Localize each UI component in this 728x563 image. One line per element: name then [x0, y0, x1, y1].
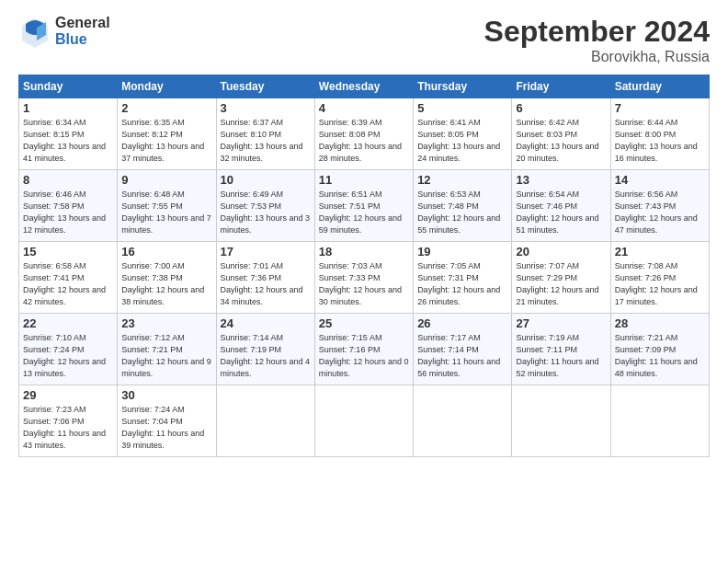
day-number: 24 [221, 316, 311, 330]
day-info: Sunrise: 6:56 AM Sunset: 7:43 PM Dayligh… [615, 189, 705, 236]
location: Borovikha, Russia [484, 49, 710, 65]
day-info: Sunrise: 6:34 AM Sunset: 8:15 PM Dayligh… [23, 117, 113, 165]
day-info: Sunrise: 7:03 AM Sunset: 7:33 PM Dayligh… [319, 260, 409, 308]
day-info: Sunrise: 7:24 AM Sunset: 7:04 PM Dayligh… [121, 404, 211, 452]
day-number: 30 [121, 388, 211, 402]
day-number: 23 [121, 316, 211, 330]
day-info: Sunrise: 6:37 AM Sunset: 8:10 PM Dayligh… [221, 117, 311, 165]
calendar-cell: 3 Sunrise: 6:37 AM Sunset: 8:10 PM Dayli… [216, 98, 314, 170]
calendar-cell: 22 Sunrise: 7:10 AM Sunset: 7:24 PM Dayl… [19, 314, 118, 385]
calendar-cell: 26 Sunrise: 7:17 AM Sunset: 7:14 PM Dayl… [414, 314, 512, 385]
th-tuesday: Tuesday [216, 75, 314, 98]
day-number: 26 [417, 316, 507, 330]
day-number: 18 [319, 245, 409, 259]
day-number: 27 [516, 316, 606, 330]
th-sunday: Sunday [19, 75, 118, 98]
calendar-cell: 4 Sunrise: 6:39 AM Sunset: 8:08 PM Dayli… [314, 98, 413, 170]
calendar-cell: 5 Sunrise: 6:41 AM Sunset: 8:05 PM Dayli… [414, 98, 512, 170]
day-info: Sunrise: 6:48 AM Sunset: 7:55 PM Dayligh… [121, 189, 211, 236]
day-info: Sunrise: 6:53 AM Sunset: 7:48 PM Dayligh… [417, 189, 507, 236]
logo-icon [18, 15, 51, 48]
calendar-cell: 17 Sunrise: 7:01 AM Sunset: 7:36 PM Dayl… [216, 242, 314, 314]
day-number: 22 [23, 316, 113, 330]
day-info: Sunrise: 7:15 AM Sunset: 7:16 PM Dayligh… [319, 332, 409, 380]
calendar-cell: 23 Sunrise: 7:12 AM Sunset: 7:21 PM Dayl… [118, 314, 216, 385]
day-number: 15 [23, 245, 113, 259]
day-info: Sunrise: 6:51 AM Sunset: 7:51 PM Dayligh… [319, 189, 409, 236]
day-info: Sunrise: 7:12 AM Sunset: 7:21 PM Dayligh… [121, 332, 211, 380]
calendar-cell: 18 Sunrise: 7:03 AM Sunset: 7:33 PM Dayl… [314, 242, 413, 314]
logo-general-text: General [55, 15, 110, 31]
day-number: 2 [121, 101, 211, 115]
page: General Blue September 2024 Borovikha, R… [0, 0, 728, 472]
calendar-cell: 6 Sunrise: 6:42 AM Sunset: 8:03 PM Dayli… [512, 98, 610, 170]
day-info: Sunrise: 7:00 AM Sunset: 7:38 PM Dayligh… [121, 260, 211, 308]
calendar-cell: 28 Sunrise: 7:21 AM Sunset: 7:09 PM Dayl… [610, 314, 709, 385]
logo: General Blue [18, 15, 110, 48]
day-info: Sunrise: 6:35 AM Sunset: 8:12 PM Dayligh… [121, 117, 211, 165]
calendar-cell: 20 Sunrise: 7:07 AM Sunset: 7:29 PM Dayl… [512, 242, 610, 314]
day-number: 3 [221, 101, 311, 115]
day-info: Sunrise: 7:19 AM Sunset: 7:11 PM Dayligh… [516, 332, 606, 380]
day-info: Sunrise: 7:01 AM Sunset: 7:36 PM Dayligh… [221, 260, 311, 308]
calendar-cell [216, 385, 314, 457]
day-number: 25 [319, 316, 409, 330]
day-info: Sunrise: 7:14 AM Sunset: 7:19 PM Dayligh… [221, 332, 311, 380]
logo-text: General Blue [55, 15, 110, 47]
th-thursday: Thursday [414, 75, 512, 98]
calendar-cell: 13 Sunrise: 6:54 AM Sunset: 7:46 PM Dayl… [512, 170, 610, 242]
day-number: 11 [319, 173, 409, 187]
day-number: 10 [221, 173, 311, 187]
th-monday: Monday [118, 75, 216, 98]
calendar-cell: 1 Sunrise: 6:34 AM Sunset: 8:15 PM Dayli… [19, 98, 118, 170]
calendar-cell: 12 Sunrise: 6:53 AM Sunset: 7:48 PM Dayl… [414, 170, 512, 242]
day-number: 20 [516, 245, 606, 259]
day-number: 17 [221, 245, 311, 259]
calendar-cell: 15 Sunrise: 6:58 AM Sunset: 7:41 PM Dayl… [19, 242, 118, 314]
week-row-5: 29 Sunrise: 7:23 AM Sunset: 7:06 PM Dayl… [19, 385, 710, 457]
day-info: Sunrise: 6:42 AM Sunset: 8:03 PM Dayligh… [516, 117, 606, 165]
day-number: 19 [417, 245, 507, 259]
calendar-cell: 2 Sunrise: 6:35 AM Sunset: 8:12 PM Dayli… [118, 98, 216, 170]
day-number: 14 [615, 173, 705, 187]
calendar-cell: 9 Sunrise: 6:48 AM Sunset: 7:55 PM Dayli… [118, 170, 216, 242]
day-number: 13 [516, 173, 606, 187]
day-info: Sunrise: 6:41 AM Sunset: 8:05 PM Dayligh… [417, 117, 507, 165]
day-number: 4 [319, 101, 409, 115]
calendar-table: Sunday Monday Tuesday Wednesday Thursday… [18, 75, 710, 457]
th-saturday: Saturday [610, 75, 709, 98]
calendar-cell: 16 Sunrise: 7:00 AM Sunset: 7:38 PM Dayl… [118, 242, 216, 314]
calendar-cell: 10 Sunrise: 6:49 AM Sunset: 7:53 PM Dayl… [216, 170, 314, 242]
logo-blue-text: Blue [55, 31, 110, 48]
calendar-cell: 7 Sunrise: 6:44 AM Sunset: 8:00 PM Dayli… [610, 98, 709, 170]
day-number: 28 [615, 316, 705, 330]
day-info: Sunrise: 7:08 AM Sunset: 7:26 PM Dayligh… [615, 260, 705, 308]
day-info: Sunrise: 6:49 AM Sunset: 7:53 PM Dayligh… [221, 189, 311, 236]
day-info: Sunrise: 6:46 AM Sunset: 7:58 PM Dayligh… [23, 189, 113, 236]
calendar-cell: 25 Sunrise: 7:15 AM Sunset: 7:16 PM Dayl… [314, 314, 413, 385]
day-number: 8 [23, 173, 113, 187]
day-number: 12 [417, 173, 507, 187]
week-row-4: 22 Sunrise: 7:10 AM Sunset: 7:24 PM Dayl… [19, 314, 710, 385]
day-number: 29 [23, 388, 113, 402]
title-block: September 2024 Borovikha, Russia [484, 15, 710, 65]
day-number: 21 [615, 245, 705, 259]
day-info: Sunrise: 7:23 AM Sunset: 7:06 PM Dayligh… [23, 404, 113, 452]
calendar-cell: 24 Sunrise: 7:14 AM Sunset: 7:19 PM Dayl… [216, 314, 314, 385]
day-info: Sunrise: 6:54 AM Sunset: 7:46 PM Dayligh… [516, 189, 606, 236]
header-row: Sunday Monday Tuesday Wednesday Thursday… [19, 75, 710, 98]
calendar-cell: 14 Sunrise: 6:56 AM Sunset: 7:43 PM Dayl… [610, 170, 709, 242]
day-info: Sunrise: 7:10 AM Sunset: 7:24 PM Dayligh… [23, 332, 113, 380]
week-row-1: 1 Sunrise: 6:34 AM Sunset: 8:15 PM Dayli… [19, 98, 710, 170]
day-info: Sunrise: 7:05 AM Sunset: 7:31 PM Dayligh… [417, 260, 507, 308]
header: General Blue September 2024 Borovikha, R… [18, 15, 710, 65]
th-friday: Friday [512, 75, 610, 98]
calendar-cell [314, 385, 413, 457]
day-info: Sunrise: 6:58 AM Sunset: 7:41 PM Dayligh… [23, 260, 113, 308]
calendar-cell: 29 Sunrise: 7:23 AM Sunset: 7:06 PM Dayl… [19, 385, 118, 457]
month-title: September 2024 [484, 15, 710, 49]
day-number: 9 [121, 173, 211, 187]
day-info: Sunrise: 7:21 AM Sunset: 7:09 PM Dayligh… [615, 332, 705, 380]
th-wednesday: Wednesday [314, 75, 413, 98]
calendar-cell: 30 Sunrise: 7:24 AM Sunset: 7:04 PM Dayl… [118, 385, 216, 457]
